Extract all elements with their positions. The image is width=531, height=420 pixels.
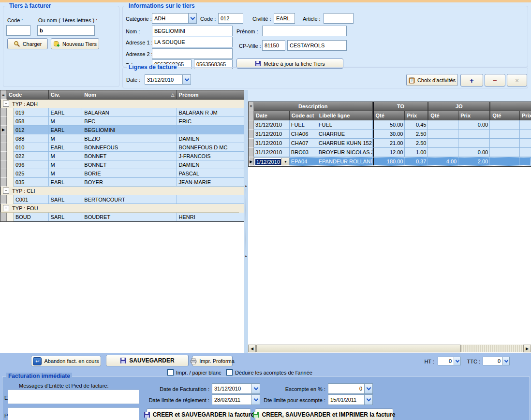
messages-label: Messages d'Entête et Pied de facture:: [19, 382, 109, 389]
code-tiers-input[interactable]: [218, 13, 243, 24]
abandon-button[interactable]: ↩ Abandon fact. en cours: [31, 356, 101, 366]
invoice-line-row[interactable]: 31/12/2010CHA06CHARRUE30.002.50: [249, 130, 531, 139]
splitter-track[interactable]: [246, 189, 246, 253]
line-cell: [458, 139, 490, 148]
table-group-row[interactable]: −TYP : CLI: [0, 187, 244, 195]
adresse1-input[interactable]: [152, 37, 233, 47]
article-input[interactable]: [324, 13, 354, 24]
chevron-down-icon[interactable]: [364, 384, 372, 393]
date-facturation-select[interactable]: 31/12/2010: [212, 383, 260, 394]
date-editor[interactable]: 1/12/2010: [255, 159, 281, 165]
prenom-input[interactable]: [262, 26, 347, 36]
table-group-row[interactable]: −TYP : FOU: [0, 204, 244, 213]
line-cell: EPA04: [290, 157, 317, 166]
tiers-cell: BALARAN: [82, 108, 177, 117]
line-cell: EPANDEUR ROLLAND: [317, 157, 373, 166]
ht-select[interactable]: 0: [438, 357, 461, 365]
nom-input[interactable]: [152, 26, 233, 36]
tiers-code-input[interactable]: [6, 25, 30, 36]
ttc-select[interactable]: 0: [483, 357, 510, 365]
tiers-row[interactable]: 010EARLBONNEFOUSBONNEFOUS D MC: [0, 143, 244, 152]
tiers-cell: BEGLIOMINI: [82, 126, 177, 134]
deduire-acomptes-checkbox[interactable]: [226, 369, 233, 376]
choix-activites-button[interactable]: Choix d'activités: [406, 74, 458, 86]
creer-sauvegarder-imprimer-button[interactable]: CREER, SAUVEGARDER et IMPRIMER la factur…: [255, 408, 393, 420]
lines-col-header[interactable]: Code act: [290, 111, 317, 120]
invoice-line-row[interactable]: 31/12/2010BRO03BROYEUR NICOLAS 3M12.001.…: [249, 148, 531, 157]
scrollbar-thumb[interactable]: [256, 345, 461, 352]
date-editor-dropdown[interactable]: ▼: [281, 158, 289, 166]
scroll-right-icon[interactable]: ▶: [523, 345, 531, 352]
adresse2-input[interactable]: [152, 48, 233, 59]
lines-col-header[interactable]: Prix: [405, 111, 428, 120]
chevron-down-icon[interactable]: [454, 357, 460, 365]
lines-col-header[interactable]: Qté: [428, 111, 458, 120]
row-gutter: [0, 134, 7, 143]
date-ligne-select[interactable]: 31/12/2010: [145, 74, 191, 85]
tiers-row[interactable]: 019EARLBALARANBALARAN R JM: [0, 108, 244, 117]
ville-input[interactable]: [287, 40, 347, 51]
sauvegarder-button[interactable]: SAUVEGARDER: [106, 355, 189, 366]
splitter-arrow-icon[interactable]: ▸: [244, 184, 248, 188]
tiers-row[interactable]: C001SARLBERTONCOURT: [0, 195, 244, 204]
invoice-line-row[interactable]: 31/12/2010CHA07CHARRUE KUHN 15221.002.50: [249, 139, 531, 148]
add-line-button[interactable]: +: [460, 74, 483, 87]
collapse-icon[interactable]: −: [3, 101, 9, 107]
row-gutter: [249, 120, 254, 130]
lines-col-header[interactable]: Prix: [458, 111, 490, 120]
invoice-line-row[interactable]: ▶1/12/2010▼EPA04EPANDEUR ROLLAND180.000.…: [249, 157, 531, 166]
h-scrollbar[interactable]: ◀ ▶: [248, 345, 531, 352]
tiers-row[interactable]: 088MBEZIODAMIEN: [0, 134, 244, 143]
col-header-nom[interactable]: Nom △: [82, 90, 177, 100]
lines-col-header[interactable]: Date: [254, 111, 290, 120]
creer-sauvegarder-button[interactable]: CREER et SAUVEGARDER la facture: [147, 408, 251, 420]
remove-line-button[interactable]: −: [485, 74, 505, 87]
prenom-label: Prénom :: [236, 28, 258, 35]
close-button[interactable]: ×: [507, 74, 527, 87]
tiers-row[interactable]: 025MBORIEPASCAL: [0, 169, 244, 178]
tiers-cell: EARL: [49, 143, 83, 152]
date-limite-select[interactable]: 28/02/2011: [212, 394, 260, 405]
collapse-icon[interactable]: −: [3, 205, 9, 211]
cp-input[interactable]: [262, 40, 285, 51]
tiers-row[interactable]: 096MBONNETDAMIEN: [0, 160, 244, 169]
tiers-cell: SARL: [49, 213, 83, 221]
tiers-row[interactable]: ▶012EARLBEGLIOMINI: [0, 126, 244, 134]
lines-col-header[interactable]: Qté: [373, 111, 405, 120]
collapse-icon[interactable]: −: [3, 188, 9, 194]
dte-escompte-select[interactable]: 15/01/2011: [328, 394, 373, 405]
lines-col-header[interactable]: Prix: [520, 111, 531, 120]
tiers-row[interactable]: 035EARLBOYERJEAN-MARIE: [0, 178, 244, 187]
impr-papier-blanc-checkbox[interactable]: [167, 369, 174, 376]
tiers-cell: SARL: [49, 195, 83, 204]
chevron-down-icon[interactable]: [364, 395, 372, 405]
civilite-input[interactable]: [274, 13, 295, 24]
lines-col-header[interactable]: Libellé ligne: [317, 111, 373, 120]
scroll-left-icon[interactable]: ◀: [248, 345, 256, 352]
splitter-arrow-icon[interactable]: ▸: [244, 254, 248, 258]
invoice-line-row[interactable]: 31/12/2010FUELFUEL50.000.450.00: [249, 120, 531, 130]
nouveau-tiers-button[interactable]: Nouveau Tiers: [51, 38, 99, 49]
tiers-nom-input[interactable]: [37, 25, 95, 36]
chevron-down-icon[interactable]: [182, 75, 191, 84]
tiers-row[interactable]: 022MBONNETJ-FRANCOIS: [0, 152, 244, 160]
col-header-prenom[interactable]: Prénom: [177, 90, 244, 100]
categorie-label: Catégorie :: [126, 15, 152, 22]
line-cell: [520, 157, 531, 166]
proforma-button[interactable]: Impr. Proforma: [192, 356, 233, 366]
categorie-select[interactable]: ADH: [152, 13, 197, 24]
tiers-row[interactable]: 058MBECERIC: [0, 117, 244, 126]
vertical-splitter[interactable]: ▸ ▸: [244, 90, 248, 353]
pied-input[interactable]: [8, 407, 139, 420]
chevron-down-icon[interactable]: [188, 14, 196, 23]
table-group-row[interactable]: −TYP : ADH: [0, 100, 244, 108]
charger-button[interactable]: Charger: [7, 38, 48, 49]
chevron-down-icon[interactable]: [502, 357, 509, 365]
col-header-civ[interactable]: Civ.: [49, 90, 83, 100]
tiers-row[interactable]: BOUDSARLBOUDRETHENRI: [0, 213, 244, 221]
escompte-select[interactable]: 0: [328, 383, 373, 394]
entete-input[interactable]: [8, 390, 139, 404]
col-header-code[interactable]: Code: [7, 90, 49, 100]
lines-col-header[interactable]: Qté: [490, 111, 520, 120]
row-indent: [7, 143, 14, 152]
